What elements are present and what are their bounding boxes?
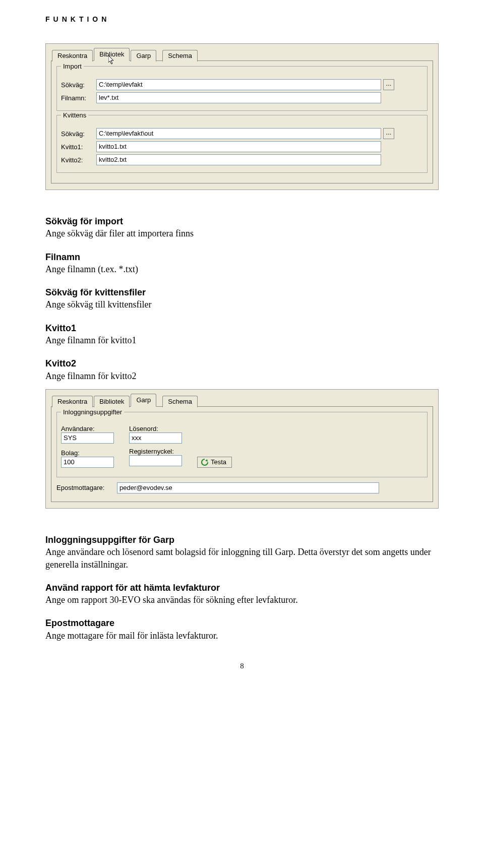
input-losenord[interactable]: xxx bbox=[129, 432, 182, 444]
body-filnamn: Ange filnamn (t.ex. *.txt) bbox=[45, 263, 439, 275]
label-kvittens-sokvag: Sökväg: bbox=[61, 130, 96, 138]
legend-import: Import bbox=[61, 63, 84, 70]
label-registernyckel: Registernyckel: bbox=[129, 448, 182, 455]
input-bolag[interactable]: 100 bbox=[61, 457, 114, 468]
section-sokvag-import: Sökväg för import Ange sökväg där filer … bbox=[45, 215, 439, 240]
label-anvandare: Användare: bbox=[61, 425, 114, 432]
input-anvandare[interactable]: SYS bbox=[61, 432, 114, 444]
tab-bibliotek[interactable]: Bibliotek bbox=[94, 48, 130, 61]
tab-reskontra-2[interactable]: Reskontra bbox=[52, 396, 93, 407]
legend-inloggning: Inloggningsuppgifter bbox=[61, 408, 124, 416]
fieldset-import: Import Sökväg: C:\temp\levfakt ... Filna… bbox=[56, 66, 428, 111]
section-filnamn: Filnamn Ange filnamn (t.ex. *.txt) bbox=[45, 251, 439, 276]
refresh-icon bbox=[201, 458, 209, 466]
input-kvitto1[interactable]: kvitto1.txt bbox=[96, 141, 381, 152]
heading-inloggning-garp: Inloggningsuppgifter för Garp bbox=[45, 534, 439, 546]
page-header: FUNKTION bbox=[45, 15, 439, 23]
label-losenord: Lösenord: bbox=[129, 425, 182, 432]
label-import-sokvag: Sökväg: bbox=[61, 81, 96, 89]
tab-schema-2[interactable]: Schema bbox=[162, 396, 198, 407]
tab-bibliotek-2[interactable]: Bibliotek bbox=[94, 396, 130, 407]
input-kvitto2[interactable]: kvitto2.txt bbox=[96, 154, 381, 165]
tab-schema[interactable]: Schema bbox=[162, 50, 198, 61]
page-number: 8 bbox=[45, 662, 439, 670]
testa-label: Testa bbox=[211, 458, 226, 466]
heading-sokvag-kvittens: Sökväg för kvittensfiler bbox=[45, 286, 439, 298]
dialog-bibliotek: Reskontra Bibliotek Garp Schema Import S… bbox=[45, 43, 439, 190]
tab-bar: Reskontra Bibliotek Garp Schema bbox=[52, 48, 433, 61]
heading-epostmottagare: Epostmottagare bbox=[45, 617, 439, 629]
body-inloggning-garp: Ange användare och lösenord samt bolagsi… bbox=[45, 546, 439, 571]
legend-kvittens: Kvittens bbox=[61, 111, 88, 119]
body-sokvag-import: Ange sökväg där filer att importera finn… bbox=[45, 227, 439, 239]
fieldset-inloggning: Inloggningsuppgifter Användare: SYS Löse… bbox=[56, 412, 428, 477]
tab-bar-2: Reskontra Bibliotek Garp Schema bbox=[52, 394, 433, 407]
heading-filnamn: Filnamn bbox=[45, 251, 439, 263]
tab-garp[interactable]: Garp bbox=[131, 50, 156, 61]
body-kvitto2: Ange filnamn för kvitto2 bbox=[45, 370, 439, 382]
heading-sokvag-import: Sökväg för import bbox=[45, 215, 439, 227]
label-epost: Epostmottagare: bbox=[56, 484, 117, 491]
dialog-body: Import Sökväg: C:\temp\levfakt ... Filna… bbox=[51, 60, 433, 183]
testa-button[interactable]: Testa bbox=[197, 457, 232, 468]
input-kvittens-sokvag[interactable]: C:\temp\levfakt\out bbox=[96, 128, 381, 139]
body-anvand-rapport: Ange om rapport 30-EVO ska användas för … bbox=[45, 594, 439, 606]
tab-garp-2[interactable]: Garp bbox=[131, 394, 156, 407]
dialog-garp: Reskontra Bibliotek Garp Schema Inloggni… bbox=[45, 389, 439, 509]
body-kvitto1: Ange filnamn för kvitto1 bbox=[45, 334, 439, 346]
heading-kvitto1: Kvitto1 bbox=[45, 322, 439, 334]
label-bolag: Bolag: bbox=[61, 449, 114, 457]
browse-button[interactable]: ... bbox=[383, 79, 394, 90]
section-anvand-rapport: Använd rapport för att hämta levfakturor… bbox=[45, 582, 439, 606]
section-inloggning-garp: Inloggningsuppgifter för Garp Ange använ… bbox=[45, 534, 439, 571]
label-import-filnamn: Filnamn: bbox=[61, 94, 96, 102]
tab-reskontra[interactable]: Reskontra bbox=[52, 50, 93, 61]
dialog-body-2: Inloggningsuppgifter Användare: SYS Löse… bbox=[51, 406, 433, 502]
section-epostmottagare: Epostmottagare Ange mottagare för mail f… bbox=[45, 617, 439, 642]
heading-kvitto2: Kvitto2 bbox=[45, 357, 439, 369]
body-sokvag-kvittens: Ange sökväg till kvittensfiler bbox=[45, 298, 439, 311]
cursor-icon bbox=[108, 55, 116, 67]
section-kvitto1: Kvitto1 Ange filnamn för kvitto1 bbox=[45, 322, 439, 347]
browse-button-kvittens[interactable]: ... bbox=[383, 128, 394, 139]
label-kvitto2: Kvitto2: bbox=[61, 156, 96, 164]
section-sokvag-kvittens: Sökväg för kvittensfiler Ange sökväg til… bbox=[45, 286, 439, 311]
input-import-filnamn[interactable]: lev*.txt bbox=[96, 92, 381, 103]
input-import-sokvag[interactable]: C:\temp\levfakt bbox=[96, 79, 381, 90]
body-epostmottagare: Ange mottagare för mail för inlästa levf… bbox=[45, 630, 439, 642]
label-kvitto1: Kvitto1: bbox=[61, 143, 96, 151]
heading-anvand-rapport: Använd rapport för att hämta levfakturor bbox=[45, 582, 439, 594]
input-epost[interactable]: peder@evodev.se bbox=[117, 482, 379, 493]
fieldset-kvittens: Kvittens Sökväg: C:\temp\levfakt\out ...… bbox=[56, 115, 428, 173]
section-kvitto2: Kvitto2 Ange filnamn för kvitto2 bbox=[45, 357, 439, 382]
input-registernyckel[interactable] bbox=[129, 455, 182, 466]
